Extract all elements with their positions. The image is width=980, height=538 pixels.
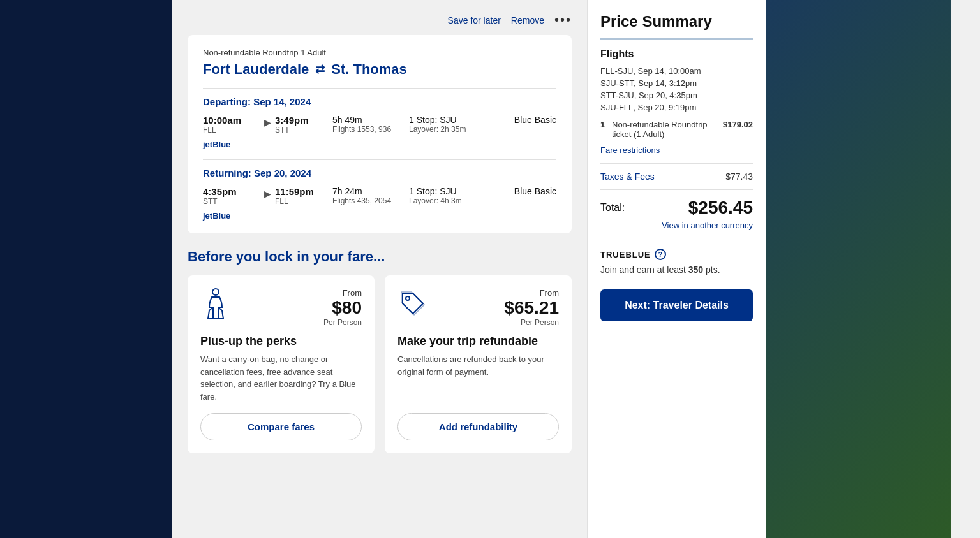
svg-point-1	[406, 296, 410, 300]
upsell-cards: From $80 Per Person Plus-up the perks Wa…	[188, 275, 572, 453]
refundable-card-title: Make your trip refundable	[397, 335, 559, 348]
flight-detail-0: FLL-SJU, Sep 14, 10:00am	[600, 66, 753, 76]
remove-link[interactable]: Remove	[511, 15, 544, 25]
ticket-description: Non-refundable Roundtrip ticket (1 Adult…	[612, 120, 719, 139]
total-section: Total: $256.45 View in another currency	[600, 198, 753, 230]
earn-suffix: pts.	[703, 265, 720, 275]
arrive-time-block: 3:49pm STT	[275, 115, 332, 134]
duration-block: 5h 49m Flights 1553, 936	[332, 115, 409, 134]
total-amount: $256.45	[688, 198, 753, 218]
return-arrive-airport: FLL	[275, 197, 332, 206]
flight-card: Non-refundable Roundtrip 1 Adult Fort La…	[188, 35, 572, 233]
flight-route-header: Non-refundable Roundtrip 1 Adult Fort La…	[203, 48, 556, 78]
depart-airport: FLL	[203, 126, 260, 134]
return-stop-info: 1 Stop: SJU	[409, 186, 492, 196]
more-options-button[interactable]: •••	[554, 13, 572, 27]
earn-prefix: Join and earn at least	[600, 265, 688, 275]
perks-per-person: Per Person	[323, 318, 362, 327]
upsell-card-perks-top: From $80 Per Person	[200, 288, 362, 327]
return-depart-airport: STT	[203, 197, 260, 206]
upsell-card-refundable: From $65.21 Per Person Make your trip re…	[385, 275, 572, 453]
departing-flight-row: 10:00am FLL ▶ 3:49pm STT 5h 49m Flights …	[203, 115, 556, 134]
save-for-later-link[interactable]: Save for later	[448, 15, 501, 25]
arrive-time: 3:49pm	[275, 115, 332, 126]
trueblue-badge: TRUEBLUE ?	[600, 249, 753, 260]
price-summary-title: Price Summary	[600, 13, 753, 31]
fare-type-return: Blue Basic	[514, 186, 556, 196]
taxes-amount: $77.43	[725, 171, 753, 182]
return-depart-time-block: 4:35pm STT	[203, 186, 260, 206]
return-arrive-time: 11:59pm	[275, 186, 332, 197]
fare-restrictions-link[interactable]: Fare restrictions	[600, 145, 660, 155]
ticket-row: 1 Non-refundable Roundtrip ticket (1 Adu…	[600, 120, 753, 139]
taxes-row: Taxes & Fees $77.43	[600, 171, 753, 182]
layover-info: Layover: 2h 35m	[409, 125, 492, 134]
perks-card-title: Plus-up the perks	[200, 335, 362, 348]
upsell-refundable-price: From $65.21 Per Person	[504, 288, 559, 327]
summary-top-divider	[600, 38, 753, 40]
decorative-image	[766, 0, 951, 538]
main-content: Save for later Remove ••• Non-refundable…	[172, 0, 587, 538]
segment-divider-top	[203, 88, 556, 89]
earn-points: 350	[688, 265, 703, 275]
total-label: Total:	[600, 202, 625, 214]
perks-from-label: From	[323, 288, 362, 298]
flight-detail-2: STT-SJU, Sep 20, 4:35pm	[600, 91, 753, 100]
flight-detail-1: SJU-STT, Sep 14, 3:12pm	[600, 78, 753, 88]
lock-title: Before you lock in your fare...	[188, 249, 572, 265]
flight-direction-arrow: ▶	[260, 115, 275, 127]
lock-section: Before you lock in your fare... From	[188, 249, 572, 453]
upsell-card-refundable-top: From $65.21 Per Person	[397, 288, 559, 327]
trueblue-text: TRUEBLUE	[600, 250, 651, 259]
refundable-card-desc: Cancellations are refunded back to your …	[397, 353, 559, 403]
flights-label: Flights	[600, 48, 753, 60]
trueblue-help-icon[interactable]: ?	[655, 249, 666, 260]
price-sidebar: Price Summary Flights FLL-SJU, Sep 14, 1…	[587, 0, 766, 538]
flight-numbers: Flights 1553, 936	[332, 125, 409, 134]
tag-icon	[397, 288, 428, 319]
arrive-airport: STT	[275, 126, 332, 134]
svg-point-0	[212, 289, 219, 295]
add-refundability-button[interactable]: Add refundability	[397, 413, 559, 440]
ticket-count: 1	[600, 120, 608, 129]
refundable-per-person: Per Person	[504, 318, 559, 327]
return-direction-arrow: ▶	[260, 186, 275, 199]
next-traveler-details-button[interactable]: Next: Traveler Details	[600, 289, 753, 321]
taxes-label: Taxes & Fees	[600, 171, 655, 182]
seat-icon	[200, 288, 231, 326]
return-depart-time: 4:35pm	[203, 186, 260, 197]
flight-detail-3: SJU-FLL, Sep 20, 9:19pm	[600, 103, 753, 112]
taxes-divider	[600, 163, 753, 164]
destination-city: St. Thomas	[331, 61, 407, 78]
trip-type: Non-refundable Roundtrip 1 Adult	[203, 48, 556, 57]
airline-name-depart: jetBlue	[203, 140, 556, 149]
return-stop-block: 1 Stop: SJU Layover: 4h 3m	[409, 186, 492, 205]
view-currency-link[interactable]: View in another currency	[600, 221, 753, 230]
total-row: Total: $256.45	[600, 198, 753, 218]
trueblue-earn-text: Join and earn at least 350 pts.	[600, 264, 753, 277]
refundable-price-big: $65.21	[504, 298, 559, 318]
origin-city: Fort Lauderdale	[203, 61, 309, 78]
return-layover-info: Layover: 4h 3m	[409, 196, 492, 205]
upsell-card-perks: From $80 Per Person Plus-up the perks Wa…	[188, 275, 375, 453]
returning-label: Returning: Sep 20, 2024	[203, 168, 556, 178]
perks-price-big: $80	[323, 298, 362, 318]
left-nav	[0, 0, 172, 538]
top-actions: Save for later Remove •••	[188, 13, 572, 27]
upsell-perks-price: From $80 Per Person	[323, 288, 362, 327]
trueblue-divider	[600, 238, 753, 238]
compare-fares-button[interactable]: Compare fares	[200, 413, 362, 440]
departing-label: Departing: Sep 14, 2024	[203, 96, 556, 107]
return-duration-block: 7h 24m Flights 435, 2054	[332, 186, 409, 205]
route-title: Fort Lauderdale ⇄ St. Thomas	[203, 61, 556, 78]
perks-card-desc: Want a carry-on bag, no change or cancel…	[200, 353, 362, 403]
return-arrive-time-block: 11:59pm FLL	[275, 186, 332, 206]
flight-duration: 5h 49m	[332, 115, 409, 125]
total-divider	[600, 189, 753, 190]
return-flight-duration: 7h 24m	[332, 186, 409, 196]
ticket-price: $179.02	[723, 120, 753, 129]
refundable-from-label: From	[504, 288, 559, 298]
stop-info: 1 Stop: SJU	[409, 115, 492, 125]
stop-block: 1 Stop: SJU Layover: 2h 35m	[409, 115, 492, 134]
depart-time-block: 10:00am FLL	[203, 115, 260, 134]
